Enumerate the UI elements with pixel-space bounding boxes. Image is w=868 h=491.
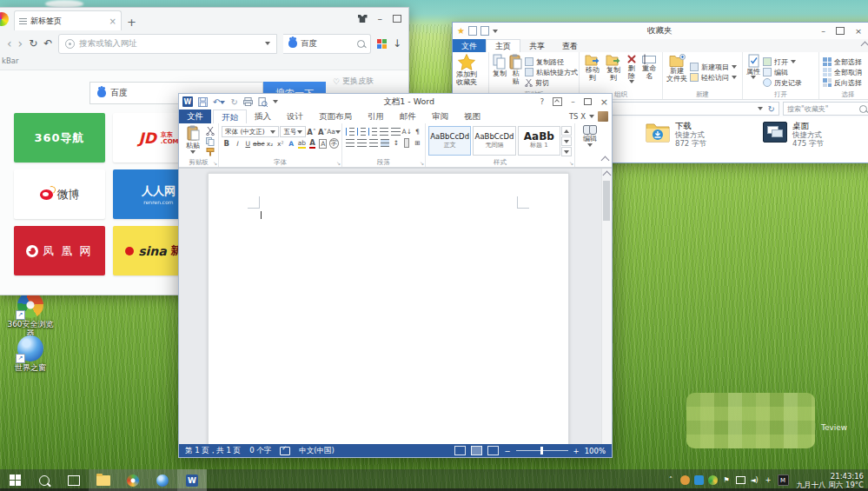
zoom-level[interactable]: 100% bbox=[585, 447, 606, 455]
apps-grid-icon[interactable] bbox=[377, 39, 387, 49]
editing-button[interactable]: 编辑 bbox=[578, 125, 602, 147]
font-name-select[interactable]: 宋体 (中文正) bbox=[222, 126, 279, 137]
show-marks-button[interactable]: ¶ bbox=[413, 126, 422, 136]
tab-page-layout[interactable]: 页面布局 bbox=[311, 109, 360, 123]
tab-references[interactable]: 引用 bbox=[360, 109, 392, 123]
page-count[interactable]: 第 1 页，共 1 页 bbox=[185, 446, 241, 456]
word-minimize-button[interactable]: – bbox=[571, 97, 575, 106]
account-area[interactable]: TS X bbox=[569, 109, 612, 123]
delete-button[interactable]: 删除 bbox=[626, 54, 638, 90]
network-icon[interactable] bbox=[736, 475, 745, 485]
paste-button[interactable]: 粘贴 bbox=[182, 125, 204, 158]
browser-minimize-button[interactable]: – bbox=[378, 13, 383, 24]
tray-account-icon[interactable] bbox=[680, 475, 690, 485]
format-painter-icon[interactable] bbox=[206, 148, 215, 156]
qat-icon[interactable] bbox=[468, 26, 477, 36]
change-skin-link[interactable]: ♡ 更换皮肤 bbox=[333, 76, 374, 87]
explorer-search-input[interactable]: 搜索"收藏夹" bbox=[783, 102, 868, 116]
copy-icon[interactable] bbox=[206, 137, 215, 146]
dialog-launcher-icon[interactable]: ↘ bbox=[569, 160, 573, 166]
edit-button[interactable]: 编辑 bbox=[763, 68, 802, 77]
borders-button[interactable]: ⊞ bbox=[413, 137, 422, 148]
select-none-button[interactable]: 全部取消 bbox=[823, 68, 862, 77]
styles-more[interactable] bbox=[561, 147, 572, 156]
refresh-button[interactable]: ↻ bbox=[29, 37, 37, 50]
explorer-close-button[interactable]: × bbox=[855, 26, 862, 36]
browser-restore-button[interactable] bbox=[393, 15, 401, 23]
move-to-button[interactable]: 移动到 bbox=[583, 54, 601, 90]
undo-button[interactable]: ↶ bbox=[43, 37, 52, 50]
align-left-button[interactable] bbox=[346, 139, 354, 147]
properties-button[interactable]: 属性 bbox=[746, 54, 760, 90]
new-tab-button[interactable]: + bbox=[127, 17, 136, 28]
tab-file[interactable]: 文件 bbox=[453, 39, 486, 52]
underline-button[interactable]: U bbox=[243, 138, 253, 149]
download-icon[interactable]: ↓ bbox=[393, 37, 401, 50]
shading-bucket-button[interactable] bbox=[402, 137, 412, 148]
highlight-color-button[interactable]: ab bbox=[297, 138, 307, 149]
undo-button[interactable]: ↶ bbox=[213, 97, 225, 107]
new-folder-button[interactable]: 新建 文件夹 bbox=[666, 54, 687, 90]
tile-ifeng[interactable]: 凤 凰 网 bbox=[14, 226, 105, 275]
volume-icon[interactable]: ◄) bbox=[750, 475, 759, 485]
qat-dropdown-icon[interactable] bbox=[493, 30, 498, 33]
tab-file[interactable]: 文件 bbox=[179, 109, 211, 123]
multilevel-list-button[interactable] bbox=[368, 128, 377, 136]
tray-safety-icon[interactable] bbox=[708, 475, 718, 485]
spellcheck-icon[interactable] bbox=[280, 447, 290, 455]
word-logo-icon[interactable]: W bbox=[182, 96, 193, 107]
zoom-slider[interactable] bbox=[516, 450, 568, 451]
start-button[interactable] bbox=[0, 469, 30, 491]
grow-font-button[interactable]: A˄ bbox=[307, 127, 317, 137]
bullets-button[interactable] bbox=[346, 128, 354, 136]
font-color-button[interactable]: A bbox=[308, 138, 317, 149]
redo-button[interactable]: ↻ bbox=[230, 97, 237, 107]
dialog-launcher-icon[interactable]: ↘ bbox=[213, 160, 217, 166]
italic-button[interactable]: I bbox=[232, 138, 242, 149]
new-item-button[interactable]: 新建项目 bbox=[690, 63, 737, 72]
sort-button[interactable]: A↓ bbox=[402, 126, 412, 136]
zoom-out-button[interactable]: − bbox=[504, 447, 510, 455]
site-info-icon[interactable] bbox=[65, 39, 75, 49]
easy-access-button[interactable]: 轻松访问 bbox=[690, 73, 737, 83]
justify-button[interactable] bbox=[381, 139, 389, 147]
tab-home[interactable]: 主页 bbox=[486, 39, 520, 52]
word-document-area[interactable] bbox=[179, 168, 612, 444]
paste-shortcut-button[interactable]: 粘贴快捷方式 bbox=[525, 68, 578, 77]
dialog-launcher-icon[interactable]: ↘ bbox=[420, 160, 424, 166]
favorite-star-icon[interactable]: ★ bbox=[457, 27, 465, 36]
tray-app-icon[interactable] bbox=[694, 475, 704, 485]
taskbar-word-button[interactable]: W bbox=[177, 469, 207, 491]
desktop-icon-world-window[interactable]: ↗ 世界之窗 bbox=[5, 335, 56, 372]
bold-button[interactable]: B bbox=[222, 138, 231, 149]
cut-icon[interactable] bbox=[206, 127, 215, 136]
word-restore-button[interactable] bbox=[584, 98, 592, 105]
ribbon-display-options-icon[interactable] bbox=[553, 97, 562, 106]
strikethrough-button[interactable]: abc bbox=[254, 138, 264, 149]
read-mode-button[interactable] bbox=[454, 446, 466, 455]
align-right-button[interactable] bbox=[369, 139, 378, 147]
taskbar-360-browser-button[interactable] bbox=[118, 469, 148, 491]
tab-mailings[interactable]: 邮件 bbox=[392, 109, 424, 123]
refresh-icon[interactable]: ↻ bbox=[768, 104, 775, 114]
style-normal[interactable]: AaBbCcDd 正文 bbox=[428, 126, 471, 156]
tab-view[interactable]: 查看 bbox=[553, 39, 586, 52]
print-preview-icon[interactable] bbox=[258, 97, 268, 107]
copy-to-button[interactable]: 复制到 bbox=[604, 54, 622, 90]
input-method-icon[interactable]: M bbox=[778, 474, 789, 486]
open-button[interactable]: 打开 bbox=[763, 57, 802, 67]
tab-home[interactable]: 开始 bbox=[213, 109, 247, 123]
dialog-launcher-icon[interactable]: ↘ bbox=[336, 160, 341, 166]
tray-flag-icon[interactable]: ⚑ bbox=[722, 475, 732, 485]
rename-button[interactable]: 重命名 bbox=[640, 54, 659, 90]
tab-insert[interactable]: 插入 bbox=[247, 109, 279, 123]
skin-theme-icon[interactable] bbox=[358, 15, 368, 23]
bookmark-bar[interactable]: kBar bbox=[0, 56, 408, 70]
scroll-up-icon[interactable] bbox=[603, 171, 612, 180]
copy-path-button[interactable]: 复制路径 bbox=[525, 57, 578, 67]
add-to-favorites-button[interactable]: 添加到 收藏夹 bbox=[456, 54, 477, 90]
document-page[interactable] bbox=[208, 173, 569, 444]
search-icon[interactable] bbox=[357, 40, 365, 48]
decrease-indent-button[interactable] bbox=[380, 128, 388, 136]
subscript-button[interactable]: x₂ bbox=[265, 138, 275, 149]
